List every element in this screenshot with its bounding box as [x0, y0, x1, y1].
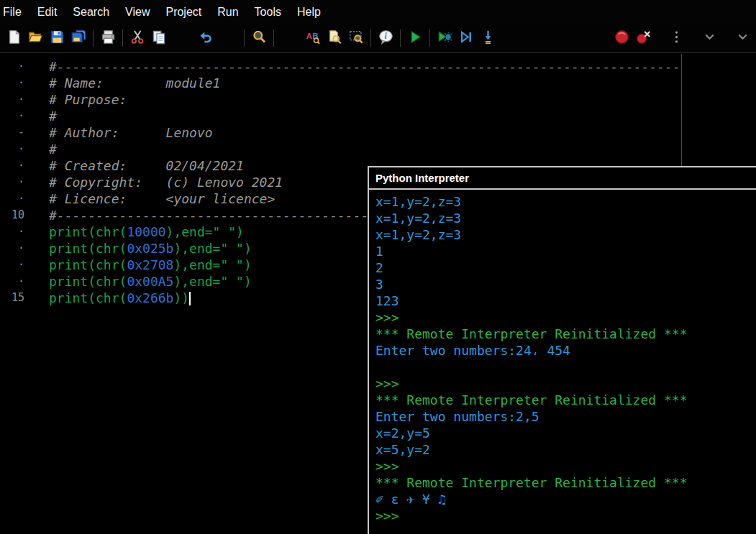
console-prompt: >>> — [375, 309, 756, 326]
gutter-cell[interactable]: · — [0, 224, 26, 240]
code-token: ) — [244, 274, 252, 289]
find-button[interactable] — [248, 27, 270, 49]
code-text: print(chr(0x266b)) — [49, 290, 191, 306]
toolbar: ABi — [0, 24, 756, 53]
code-token: 0x025b — [127, 241, 173, 256]
comment-token: # Purpose: — [49, 92, 127, 107]
find-region-icon — [349, 29, 364, 47]
gutter-cell[interactable]: · — [0, 91, 26, 108]
gutter-cell[interactable]: · — [0, 273, 26, 290]
console-prompt: >>> — [375, 507, 756, 524]
menu-edit[interactable]: Edit — [29, 1, 65, 24]
undo-button[interactable] — [194, 27, 216, 49]
code-line[interactable]: ·# — [0, 141, 756, 157]
find-replace-icon: AB — [306, 29, 321, 47]
menu-search[interactable]: Search — [65, 1, 117, 24]
code-token: ),end= — [173, 274, 220, 289]
gutter-cell[interactable]: · — [0, 190, 26, 207]
console-line: Enter two numbers:2,5 — [375, 408, 756, 425]
code-token: print(chr( — [49, 257, 127, 272]
code-token: " " — [220, 241, 244, 256]
gutter-cell[interactable]: · — [0, 157, 26, 174]
info-button[interactable]: i — [375, 27, 396, 49]
save-button[interactable] — [46, 27, 68, 49]
code-token: print(chr( — [49, 290, 127, 305]
code-token: " " — [213, 224, 237, 239]
find-in-files-icon — [327, 29, 342, 47]
console-line: x=1,y=2,z=3 — [375, 210, 756, 226]
run-button[interactable] — [404, 27, 426, 49]
code-text: # Purpose: — [49, 91, 127, 108]
gutter-cell[interactable]: - — [0, 124, 26, 141]
cut-button[interactable] — [127, 27, 148, 49]
menu-tools[interactable]: Tools — [247, 1, 289, 24]
toolbar-separator — [429, 29, 430, 47]
menu-file[interactable]: File — [0, 1, 29, 24]
code-token: " " — [220, 257, 244, 272]
code-text: # Author: Lenovo — [49, 124, 213, 141]
code-token: 10000 — [127, 224, 165, 239]
find-in-files-button[interactable] — [324, 27, 345, 49]
comment-token: # Licence: <your licence> — [49, 191, 275, 206]
comment-token: # Copyright: (c) Lenovo 2021 — [49, 175, 283, 190]
comment-token: # — [49, 109, 57, 124]
menu-project[interactable]: Project — [158, 1, 209, 24]
run-to-cursor-button[interactable] — [455, 27, 477, 49]
code-line[interactable]: ·# Name: module1 — [0, 75, 756, 91]
console-line — [375, 359, 756, 375]
code-text: print(chr(0x025b),end=" ") — [49, 240, 252, 257]
info-icon: i — [378, 29, 393, 47]
step-into-icon — [481, 29, 496, 47]
code-line[interactable]: -# Author: Lenovo — [0, 124, 756, 141]
console-line: 3 — [375, 276, 756, 293]
toolbar-separator — [400, 29, 401, 47]
step-into-button[interactable] — [477, 27, 498, 49]
new-file-icon — [6, 29, 22, 47]
console-line: x=1,y=2,z=3 — [375, 226, 756, 243]
gutter-cell[interactable]: · — [0, 75, 26, 91]
menu-help[interactable]: Help — [289, 1, 329, 24]
save-all-button[interactable] — [68, 27, 89, 49]
code-line[interactable]: ·# — [0, 108, 756, 124]
code-line[interactable]: ·#--------------------------------------… — [0, 58, 756, 75]
menubar: FileEditSearchViewProjectRunToolsHelp — [0, 0, 756, 24]
gutter-cell[interactable]: · — [0, 108, 26, 124]
gutter-cell[interactable]: · — [0, 257, 26, 273]
menu-view[interactable]: View — [117, 1, 158, 24]
chevron-down-button[interactable] — [698, 27, 720, 49]
overflow-button[interactable] — [665, 27, 687, 49]
code-token: ),end= — [166, 224, 213, 239]
gutter-cell[interactable]: 15 — [0, 290, 26, 306]
save-icon — [50, 29, 65, 47]
find-region-button[interactable] — [345, 27, 367, 49]
console-line: *** Remote Interpreter Reinitialized *** — [375, 326, 756, 342]
copy-button[interactable] — [148, 27, 170, 49]
comment-token: # — [49, 142, 57, 157]
code-token: ) — [244, 257, 252, 272]
debug-button[interactable] — [434, 27, 455, 49]
open-folder-button[interactable] — [24, 27, 46, 49]
gutter-cell[interactable]: 10 — [0, 207, 26, 224]
console-prompt: >>> — [375, 458, 756, 474]
console-line: 1 — [375, 243, 756, 259]
gutter-cell[interactable]: · — [0, 58, 26, 75]
disconnect-button[interactable] — [632, 27, 654, 49]
code-line[interactable]: ·# Purpose: — [0, 91, 756, 108]
code-token: 0x266b — [127, 290, 173, 305]
comment-token: # Author: Lenovo — [49, 125, 213, 140]
code-token: 0x2708 — [127, 257, 173, 272]
gutter-cell[interactable]: · — [0, 240, 26, 257]
interpreter-output[interactable]: x=1,y=2,z=3x=1,y=2,z=3x=1,y=2,z=3123123>… — [369, 190, 756, 524]
gutter-cell[interactable]: · — [0, 141, 26, 157]
gutter-cell[interactable]: · — [0, 174, 26, 190]
new-file-button[interactable] — [3, 27, 24, 49]
find-replace-button[interactable]: AB — [302, 27, 324, 49]
interpreter-title-bar[interactable]: Python Interpreter — [369, 167, 756, 190]
chevron-down-icon — [702, 29, 717, 47]
chevron-down-button[interactable] — [732, 27, 753, 49]
print-button[interactable] — [97, 27, 119, 49]
menu-run[interactable]: Run — [209, 1, 246, 24]
stop-button[interactable] — [611, 27, 632, 49]
stop-icon — [614, 29, 629, 47]
console-line: ✐ ɛ ✈ ¥ ♫ — [375, 491, 756, 507]
